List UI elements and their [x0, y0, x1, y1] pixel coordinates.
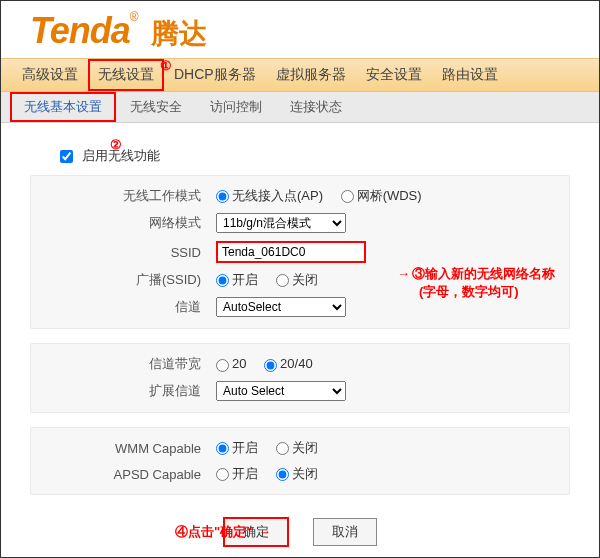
content: 启用无线功能 无线工作模式 无线接入点(AP) 网桥(WDS) 网络模式 11b… — [0, 123, 600, 555]
nav-sub-access[interactable]: 访问控制 — [196, 92, 276, 122]
logo-brand: Tenda — [30, 10, 130, 51]
arrow-icon: → — [258, 524, 271, 539]
enable-wireless-checkbox[interactable] — [60, 150, 73, 163]
nav-sub-basic[interactable]: 无线基本设置 — [10, 92, 116, 122]
work-mode-ap[interactable]: 无线接入点(AP) — [216, 188, 323, 203]
work-mode-label: 无线工作模式 — [31, 187, 216, 205]
bw-20[interactable]: 20 — [216, 356, 246, 371]
ext-channel-select[interactable]: Auto Select — [216, 381, 346, 401]
callout-4: ④点击"确定" → — [175, 523, 273, 541]
channel-select[interactable]: AutoSelect — [216, 297, 346, 317]
bw-2040[interactable]: 20/40 — [264, 356, 313, 371]
nav-sub: 无线基本设置 无线安全 访问控制 连接状态 — [0, 92, 600, 123]
wmm-off[interactable]: 关闭 — [276, 440, 318, 455]
cancel-button[interactable]: 取消 — [313, 518, 377, 546]
nav-main-advanced[interactable]: 高级设置 — [12, 59, 88, 91]
ssid-input[interactable] — [216, 241, 366, 263]
work-mode-wds[interactable]: 网桥(WDS) — [341, 188, 422, 203]
nav-main-routing[interactable]: 路由设置 — [432, 59, 508, 91]
apsd-off[interactable]: 关闭 — [276, 466, 318, 481]
wmm-label: WMM Capable — [31, 441, 216, 456]
logo-reg: ® — [130, 10, 139, 24]
arrow-icon: → — [397, 266, 410, 281]
wmm-on[interactable]: 开启 — [216, 440, 258, 455]
section-basic: 无线工作模式 无线接入点(AP) 网桥(WDS) 网络模式 11b/g/n混合模… — [30, 175, 570, 329]
nav-main-virtual[interactable]: 虚拟服务器 — [266, 59, 356, 91]
ssid-label: SSID — [31, 245, 216, 260]
enable-wireless-row: 启用无线功能 — [60, 147, 570, 165]
section-wmm: WMM Capable 开启 关闭 APSD Capable 开启 关闭 — [30, 427, 570, 495]
button-row: 确定 取消 — [30, 509, 570, 555]
net-mode-label: 网络模式 — [31, 214, 216, 232]
logo-cn: 腾达 — [151, 18, 207, 49]
nav-main-security[interactable]: 安全设置 — [356, 59, 432, 91]
broadcast-off[interactable]: 关闭 — [276, 272, 318, 287]
apsd-on[interactable]: 开启 — [216, 466, 258, 481]
nav-main-wireless[interactable]: 无线设置 — [88, 59, 164, 91]
nav-sub-security[interactable]: 无线安全 — [116, 92, 196, 122]
bandwidth-label: 信道带宽 — [31, 355, 216, 373]
broadcast-on[interactable]: 开启 — [216, 272, 258, 287]
nav-main-dhcp[interactable]: DHCP服务器 — [164, 59, 266, 91]
callout-3: →③输入新的无线网络名称 (字母，数字均可) — [395, 265, 555, 301]
callout-1: ① — [160, 58, 172, 73]
nav-sub-status[interactable]: 连接状态 — [276, 92, 356, 122]
section-channel: 信道带宽 20 20/40 扩展信道 Auto Select — [30, 343, 570, 413]
nav-main: 高级设置 无线设置 DHCP服务器 虚拟服务器 安全设置 路由设置 — [0, 58, 600, 92]
apsd-label: APSD Capable — [31, 467, 216, 482]
channel-label: 信道 — [31, 298, 216, 316]
logo-area: Tenda® 腾达 — [0, 0, 600, 58]
net-mode-select[interactable]: 11b/g/n混合模式 — [216, 213, 346, 233]
ext-channel-label: 扩展信道 — [31, 382, 216, 400]
callout-2: ② — [110, 137, 122, 152]
broadcast-label: 广播(SSID) — [31, 271, 216, 289]
